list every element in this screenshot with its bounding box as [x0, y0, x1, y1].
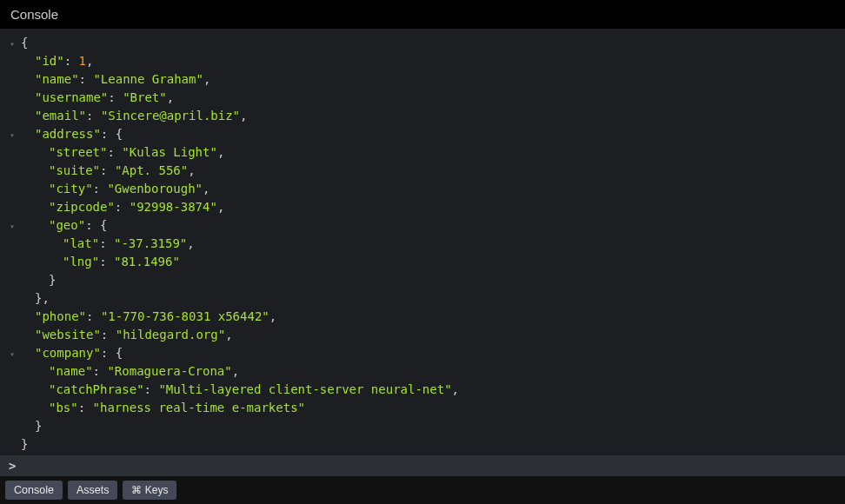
brace-open: { — [21, 36, 28, 50]
json-key: "address" — [35, 127, 101, 141]
assets-tab-button[interactable]: Assets — [68, 481, 118, 500]
json-key: "website" — [35, 328, 101, 342]
json-key: "username" — [35, 90, 108, 104]
brace-close: }, — [35, 291, 50, 305]
collapse-toggle-icon[interactable] — [3, 129, 21, 142]
json-string: "81.1496" — [114, 255, 180, 269]
collapse-toggle-icon[interactable] — [3, 348, 21, 361]
json-line: "catchPhrase": "Multi-layered client-ser… — [3, 381, 842, 399]
json-key: "email" — [35, 109, 86, 123]
console-tab-button[interactable]: Console — [5, 481, 63, 500]
json-key: "zipcode" — [49, 200, 115, 214]
json-line: "geo": { — [3, 216, 842, 235]
json-string: "Apt. 556" — [115, 163, 188, 177]
json-string: "-37.3159" — [114, 236, 187, 250]
json-line: "zipcode": "92998-3874", — [3, 198, 842, 216]
json-line: } — [3, 417, 842, 435]
json-key: "phone" — [35, 309, 86, 323]
panel-title-text: Console — [10, 7, 58, 22]
json-line: "street": "Kulas Light", — [3, 143, 842, 162]
json-key: "street" — [49, 145, 107, 159]
json-line: "name": "Romaguera-Crona", — [3, 362, 842, 381]
json-line: "phone": "1-770-736-8031 x56442", — [3, 308, 842, 326]
json-line: "bs": "harness real-time e-markets" — [3, 399, 842, 417]
json-line: { — [3, 34, 842, 52]
json-line: "address": { — [3, 125, 842, 143]
json-line: "company": { — [3, 344, 842, 362]
json-line: } — [3, 435, 842, 454]
json-string: "hildegard.org" — [116, 328, 225, 342]
json-line: "username": "Bret", — [3, 89, 842, 107]
keys-button[interactable]: ⌘ Keys — [123, 481, 176, 500]
console-output: { "id": 1, "name": "Leanne Graham", "use… — [0, 29, 845, 455]
json-line: "name": "Leanne Graham", — [3, 70, 842, 89]
brace-close: } — [49, 273, 56, 287]
json-line: } — [3, 271, 842, 289]
brace-close: } — [35, 419, 42, 433]
json-key: "id" — [35, 54, 64, 68]
json-key: "catchPhrase" — [49, 382, 144, 396]
json-string: "Romaguera-Crona" — [107, 364, 231, 378]
json-line: "lat": "-37.3159", — [3, 235, 842, 253]
json-key: "bs" — [49, 401, 78, 414]
json-key: "lat" — [63, 236, 99, 250]
json-string: "Leanne Graham" — [93, 72, 203, 86]
json-key: "name" — [49, 364, 93, 378]
collapse-toggle-icon[interactable] — [3, 37, 21, 50]
json-line: }, — [3, 289, 842, 308]
bottom-bar: Console Assets ⌘ Keys — [0, 476, 845, 504]
json-key: "company" — [35, 346, 101, 360]
json-key: "name" — [35, 72, 79, 86]
json-string: "92998-3874" — [130, 200, 217, 214]
json-key: "suite" — [49, 163, 100, 177]
json-line: "suite": "Apt. 556", — [3, 162, 842, 180]
json-line: "id": 1, — [3, 52, 842, 70]
json-string: "Gwenborough" — [107, 182, 203, 196]
json-line: "website": "hildegard.org", — [3, 326, 842, 344]
collapse-toggle-icon[interactable] — [3, 220, 21, 233]
console-input[interactable]: > — [0, 455, 845, 476]
json-string: "Kulas Light" — [122, 145, 217, 159]
brace-close: } — [21, 437, 28, 451]
json-string: "Multi-layered client-server neural-net" — [158, 382, 451, 396]
json-string: "1-770-736-8031 x56442" — [101, 309, 269, 323]
json-key: "geo" — [49, 218, 85, 232]
json-line: "email": "Sincere@april.biz", — [3, 107, 842, 125]
prompt-symbol: > — [9, 459, 16, 473]
panel-title: Console — [0, 0, 845, 29]
json-key: "lng" — [63, 255, 99, 269]
json-line: "lng": "81.1496" — [3, 253, 842, 271]
json-number: 1 — [79, 54, 86, 68]
json-string: "Sincere@april.biz" — [101, 109, 240, 123]
json-string: "harness real-time e-markets" — [93, 401, 305, 414]
json-line: "city": "Gwenborough", — [3, 180, 842, 198]
json-string: "Bret" — [123, 90, 167, 104]
json-key: "city" — [49, 182, 93, 196]
